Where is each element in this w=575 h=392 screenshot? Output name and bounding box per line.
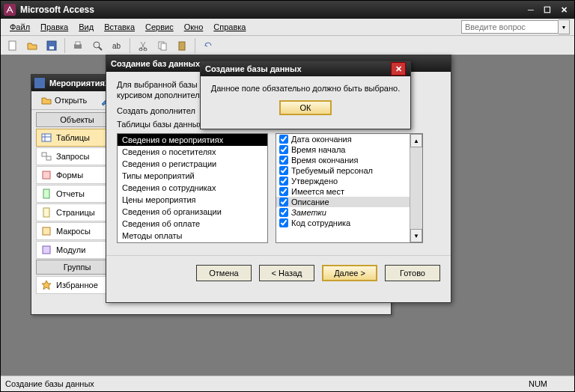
table-item[interactable]: Сведения о посетителях bbox=[118, 146, 267, 158]
scroll-up-icon[interactable]: ▲ bbox=[410, 134, 422, 147]
statusbar: Создание базы данных NUM bbox=[1, 376, 574, 391]
table-item[interactable]: Сведения об организации bbox=[118, 206, 267, 218]
table-item[interactable]: Сведения о регистрации bbox=[118, 158, 267, 170]
macro-icon bbox=[41, 226, 52, 236]
field-label: Код сотрудника bbox=[291, 218, 350, 227]
menu-tools[interactable]: Сервис bbox=[141, 21, 178, 33]
open-folder-icon bbox=[41, 95, 52, 105]
query-icon bbox=[41, 151, 52, 162]
status-text: Создание базы данных bbox=[5, 379, 94, 388]
menu-window[interactable]: Окно bbox=[180, 21, 208, 33]
ask-input[interactable] bbox=[461, 20, 559, 34]
paste-icon[interactable] bbox=[173, 37, 191, 55]
open-icon[interactable] bbox=[23, 37, 41, 55]
cancel-button[interactable]: Отмена bbox=[196, 265, 252, 281]
svg-rect-21 bbox=[43, 171, 50, 179]
spell-icon[interactable]: ab bbox=[108, 37, 126, 55]
maximize-button[interactable]: ☐ bbox=[540, 4, 555, 16]
wizard-buttons: Отмена < Назад Далее > Готово bbox=[106, 255, 451, 290]
menu-view[interactable]: Вид bbox=[74, 21, 98, 33]
field-item[interactable]: Описание bbox=[276, 197, 410, 207]
table-icon bbox=[41, 132, 52, 143]
ok-button[interactable]: ОК bbox=[279, 100, 332, 115]
field-checkbox[interactable] bbox=[279, 145, 288, 154]
workspace: Мероприятия1 Открыть Объекты Таблицы Зап… bbox=[1, 55, 574, 376]
menu-insert[interactable]: Вставка bbox=[100, 21, 139, 33]
open-button[interactable]: Открыть bbox=[36, 93, 92, 108]
field-checkbox[interactable] bbox=[279, 135, 288, 144]
field-item[interactable]: Время начала bbox=[276, 144, 410, 155]
table-item[interactable]: Сведения о мероприятиях bbox=[118, 134, 267, 146]
star-icon bbox=[41, 280, 52, 290]
cut-icon[interactable] bbox=[134, 37, 152, 55]
ask-dropdown[interactable]: ▾ bbox=[559, 19, 570, 34]
scroll-down-icon[interactable]: ▼ bbox=[410, 229, 422, 242]
tables-listbox[interactable]: Сведения о мероприятияхСведения о посети… bbox=[117, 133, 268, 243]
scrollbar[interactable]: ▲ ▼ bbox=[410, 134, 422, 242]
preview-icon[interactable] bbox=[88, 37, 106, 55]
menu-edit[interactable]: Правка bbox=[36, 21, 73, 33]
svg-point-6 bbox=[94, 42, 100, 48]
svg-line-7 bbox=[99, 47, 102, 50]
field-label: Время окончания bbox=[291, 156, 358, 165]
field-item[interactable]: Время окончания bbox=[276, 155, 410, 165]
alert-message: Данное поле обязательно должно быть выбр… bbox=[201, 76, 410, 100]
table-item[interactable]: Цены мероприятия bbox=[118, 194, 267, 206]
table-item[interactable]: Сведения об оплате bbox=[118, 218, 267, 230]
app-window: Microsoft Access ─ ☐ ✕ Файл Правка Вид В… bbox=[0, 0, 575, 392]
alert-titlebar: Создание базы данных ✕ bbox=[201, 61, 410, 76]
field-item[interactable]: Утверждено bbox=[276, 176, 410, 186]
svg-marker-26 bbox=[42, 281, 51, 290]
svg-rect-12 bbox=[161, 43, 166, 50]
field-label: Описание bbox=[291, 197, 329, 206]
svg-rect-16 bbox=[42, 134, 51, 141]
svg-rect-24 bbox=[43, 227, 50, 235]
svg-rect-5 bbox=[76, 42, 80, 45]
close-icon[interactable]: ✕ bbox=[391, 62, 406, 76]
form-icon bbox=[41, 170, 52, 180]
fields-listbox[interactable]: Дата окончанияВремя началаВремя окончани… bbox=[276, 133, 423, 243]
menu-help[interactable]: Справка bbox=[209, 21, 250, 33]
field-label: Утверждено bbox=[291, 177, 338, 186]
save-icon[interactable] bbox=[43, 37, 61, 55]
menu-file[interactable]: Файл bbox=[5, 21, 34, 33]
undo-icon[interactable] bbox=[199, 37, 217, 55]
field-checkbox[interactable] bbox=[279, 166, 288, 175]
svg-rect-22 bbox=[43, 189, 49, 198]
minimize-button[interactable]: ─ bbox=[523, 4, 538, 16]
field-item[interactable]: Требуемый персонал bbox=[276, 165, 410, 176]
field-checkbox[interactable] bbox=[279, 177, 288, 186]
new-icon[interactable] bbox=[4, 37, 22, 55]
field-checkbox[interactable] bbox=[279, 187, 288, 196]
toolbar: ab bbox=[1, 36, 574, 56]
field-item[interactable]: Дата окончания bbox=[276, 134, 410, 144]
close-button[interactable]: ✕ bbox=[556, 4, 571, 16]
wizard-title: Создание баз данных bbox=[111, 59, 200, 68]
field-item[interactable]: Код сотрудника bbox=[276, 218, 410, 228]
module-icon bbox=[41, 245, 52, 255]
svg-rect-0 bbox=[4, 4, 16, 16]
back-button[interactable]: < Назад bbox=[259, 265, 314, 281]
print-icon[interactable] bbox=[69, 37, 87, 55]
field-checkbox[interactable] bbox=[279, 208, 288, 217]
ask-box: ▾ bbox=[461, 19, 570, 34]
table-item[interactable]: Методы оплаты bbox=[118, 230, 267, 242]
svg-text:ab: ab bbox=[112, 42, 121, 50]
next-button[interactable]: Далее > bbox=[322, 265, 377, 281]
field-checkbox[interactable] bbox=[279, 156, 288, 165]
field-item[interactable]: Имеется мест bbox=[276, 186, 410, 197]
svg-rect-20 bbox=[46, 156, 51, 160]
access-icon bbox=[4, 4, 16, 16]
report-icon bbox=[41, 189, 52, 199]
field-label: Требуемый персонал bbox=[291, 166, 373, 175]
table-item[interactable]: Сведения о сотрудниках bbox=[118, 182, 267, 194]
finish-button[interactable]: Готово bbox=[385, 265, 440, 281]
copy-icon[interactable] bbox=[153, 37, 171, 55]
table-item[interactable]: Типы мероприятий bbox=[118, 170, 267, 182]
dbwin-title: Мероприятия1 bbox=[49, 79, 109, 88]
status-num: NUM bbox=[529, 379, 547, 388]
field-checkbox[interactable] bbox=[279, 218, 288, 227]
alert-title: Создание базы данных bbox=[205, 64, 302, 73]
field-checkbox[interactable] bbox=[279, 197, 288, 206]
field-item[interactable]: Заметки bbox=[276, 207, 410, 218]
